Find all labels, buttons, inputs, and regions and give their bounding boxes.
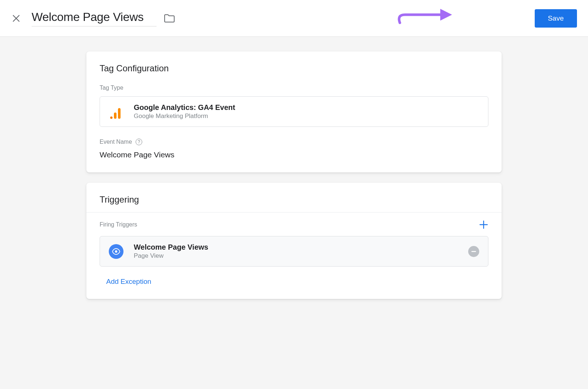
trigger-text: Welcome Page Views Page View bbox=[134, 243, 208, 260]
svg-point-7 bbox=[115, 250, 117, 252]
pageview-icon bbox=[109, 244, 123, 259]
tag-type-selector[interactable]: Google Analytics: GA4 Event Google Marke… bbox=[100, 96, 488, 127]
tag-type-name: Google Analytics: GA4 Event bbox=[134, 103, 235, 112]
svg-point-2 bbox=[110, 116, 112, 118]
trigger-type: Page View bbox=[134, 252, 208, 260]
svg-rect-4 bbox=[118, 108, 121, 119]
folder-button[interactable] bbox=[164, 14, 175, 23]
add-trigger-button[interactable] bbox=[479, 220, 488, 229]
tag-name-input[interactable] bbox=[32, 10, 157, 26]
body-area: Tag Configuration Tag Type Google Analyt… bbox=[0, 37, 588, 389]
divider bbox=[86, 212, 502, 213]
tag-type-platform: Google Marketing Platform bbox=[134, 113, 235, 120]
trigger-name: Welcome Page Views bbox=[134, 243, 208, 251]
event-name-label: Event Name bbox=[100, 139, 132, 145]
trigger-row[interactable]: Welcome Page Views Page View bbox=[100, 236, 488, 267]
header-bar: Save bbox=[0, 0, 588, 37]
event-name-label-row: Event Name ? bbox=[100, 139, 488, 145]
firing-triggers-header: Firing Triggers bbox=[100, 220, 488, 229]
event-name-value: Welcome Page Views bbox=[100, 150, 488, 159]
eye-icon bbox=[112, 247, 121, 256]
triggering-title: Triggering bbox=[100, 194, 488, 205]
close-button[interactable] bbox=[11, 13, 21, 24]
triggering-card: Triggering Firing Triggers Welcome Page … bbox=[86, 183, 502, 299]
plus-icon bbox=[479, 220, 488, 229]
save-button[interactable]: Save bbox=[535, 9, 577, 28]
close-icon bbox=[12, 14, 21, 23]
folder-icon bbox=[164, 14, 175, 23]
add-exception-button[interactable]: Add Exception bbox=[100, 278, 488, 286]
tag-configuration-card: Tag Configuration Tag Type Google Analyt… bbox=[86, 51, 502, 172]
remove-trigger-button[interactable] bbox=[468, 246, 479, 257]
tag-type-label: Tag Type bbox=[100, 85, 488, 91]
tag-config-title: Tag Configuration bbox=[100, 63, 488, 74]
tag-type-text: Google Analytics: GA4 Event Google Marke… bbox=[134, 103, 235, 120]
firing-triggers-label: Firing Triggers bbox=[100, 221, 137, 228]
minus-icon bbox=[471, 249, 477, 254]
ga4-icon bbox=[109, 104, 123, 119]
svg-rect-3 bbox=[114, 113, 116, 119]
help-icon[interactable]: ? bbox=[136, 139, 142, 145]
